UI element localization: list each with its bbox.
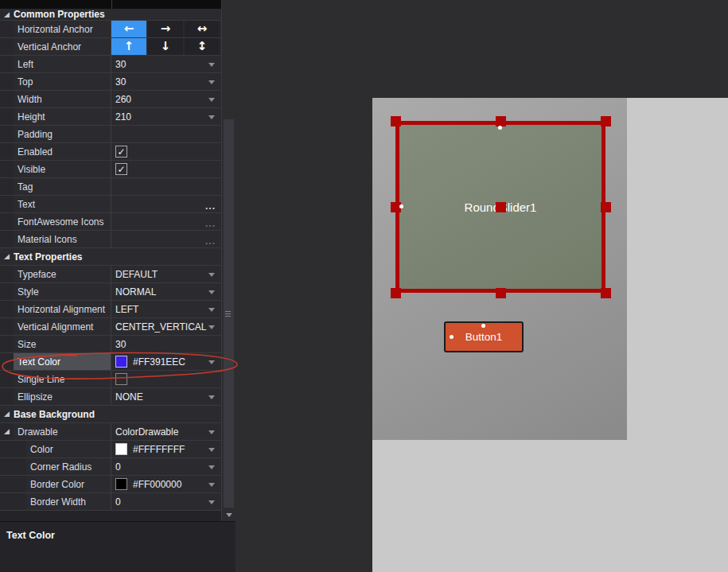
property-value[interactable]: 30 bbox=[111, 336, 221, 352]
section-header-base-background[interactable]: ◢Base Background bbox=[0, 405, 221, 422]
property-row-enabled[interactable]: Enabled✓ bbox=[0, 142, 221, 160]
splitter-grip-icon[interactable] bbox=[225, 311, 231, 317]
property-row-height[interactable]: Height210 bbox=[0, 107, 221, 125]
property-row-vertical-alignment[interactable]: Vertical AlignmentCENTER_VERTICAL bbox=[0, 317, 221, 335]
property-row-border-width[interactable]: Border Width0 bbox=[0, 492, 221, 510]
property-value[interactable]: 0 bbox=[111, 493, 221, 510]
ellipsis-button[interactable]: ... bbox=[205, 238, 216, 244]
anchor-right-button[interactable]: → bbox=[148, 21, 185, 37]
dropdown-arrow-icon[interactable] bbox=[208, 325, 215, 329]
property-value[interactable]: ... bbox=[111, 196, 221, 212]
property-row-horizontal-anchor[interactable]: Horizontal Anchor←→↔ bbox=[0, 20, 221, 37]
property-row-visible[interactable]: Visible✓ bbox=[0, 160, 221, 177]
property-value[interactable]: #FF000000 bbox=[111, 476, 221, 492]
property-row-drawable[interactable]: ◢DrawableColorDrawable bbox=[0, 422, 221, 440]
checkbox-unchecked[interactable] bbox=[115, 373, 127, 385]
section-header-text-properties[interactable]: ◢Text Properties bbox=[0, 247, 221, 265]
property-value[interactable] bbox=[111, 371, 221, 387]
phone-screen[interactable]: RoundSlider1 Button1 bbox=[372, 98, 627, 440]
property-row-left[interactable]: Left30 bbox=[0, 55, 221, 72]
dropdown-arrow-icon[interactable] bbox=[208, 483, 215, 487]
property-row-text[interactable]: Text... bbox=[0, 195, 221, 212]
dropdown-arrow-icon[interactable] bbox=[208, 360, 215, 364]
property-row-top[interactable]: Top30 bbox=[0, 72, 221, 90]
anchor-bottom-button[interactable]: ↓ bbox=[148, 38, 185, 55]
selection-handle[interactable] bbox=[496, 202, 506, 212]
anchor-left-right-button[interactable]: ↔ bbox=[185, 21, 221, 37]
property-value[interactable]: 210 bbox=[111, 108, 221, 125]
property-row-tag[interactable]: Tag bbox=[0, 177, 221, 195]
dropdown-arrow-icon[interactable] bbox=[208, 430, 215, 434]
property-row-vertical-anchor[interactable]: Vertical Anchor↑↓↕ bbox=[0, 37, 221, 55]
selection-handle[interactable] bbox=[601, 202, 611, 212]
color-swatch[interactable] bbox=[115, 443, 127, 455]
property-value[interactable]: 0 bbox=[111, 458, 221, 475]
property-value[interactable]: ✓ bbox=[111, 143, 221, 160]
anchor-left-button[interactable]: ← bbox=[111, 21, 148, 37]
property-value[interactable] bbox=[111, 126, 221, 142]
property-row-color[interactable]: Color#FFFFFFFF bbox=[0, 440, 221, 457]
color-swatch[interactable] bbox=[115, 356, 127, 368]
selection-handle[interactable] bbox=[496, 288, 506, 298]
property-row-horizontal-alignment[interactable]: Horizontal AlignmentLEFT bbox=[0, 300, 221, 317]
expander-icon[interactable]: ◢ bbox=[0, 423, 14, 440]
ellipsis-button[interactable]: ... bbox=[205, 203, 216, 209]
property-row-material-icons[interactable]: Material Icons... bbox=[0, 230, 221, 247]
property-row-size[interactable]: Size30 bbox=[0, 335, 221, 352]
dropdown-arrow-icon[interactable] bbox=[208, 290, 215, 294]
dropdown-arrow-icon[interactable] bbox=[208, 465, 215, 469]
dropdown-arrow-icon[interactable] bbox=[208, 500, 215, 504]
property-value[interactable]: ... bbox=[111, 231, 221, 247]
selection-handle[interactable] bbox=[391, 116, 401, 126]
dropdown-arrow-icon[interactable] bbox=[208, 308, 215, 312]
property-value[interactable]: #FF391EEC bbox=[111, 353, 221, 370]
property-value[interactable]: NORMAL bbox=[111, 283, 221, 300]
anchor-top-button[interactable]: ↑ bbox=[111, 38, 148, 55]
property-value[interactable]: 30 bbox=[111, 56, 221, 72]
checkbox-checked[interactable]: ✓ bbox=[115, 146, 127, 158]
property-row-single-line[interactable]: Single Line bbox=[0, 370, 221, 387]
property-row-style[interactable]: StyleNORMAL bbox=[0, 282, 221, 300]
property-value[interactable]: CENTER_VERTICAL bbox=[111, 318, 221, 335]
property-row-text-color[interactable]: Text Color#FF391EEC bbox=[0, 352, 221, 370]
property-value[interactable]: ✓ bbox=[111, 161, 221, 177]
property-value[interactable]: NONE bbox=[111, 388, 221, 405]
dropdown-arrow-icon[interactable] bbox=[208, 448, 215, 452]
dropdown-arrow-icon[interactable] bbox=[208, 273, 215, 277]
ellipsis-button[interactable]: ... bbox=[205, 220, 216, 227]
scrollbar[interactable] bbox=[221, 0, 236, 521]
property-row-typeface[interactable]: TypefaceDEFAULT bbox=[0, 265, 221, 282]
property-value[interactable]: 260 bbox=[111, 91, 221, 107]
selection-handle[interactable] bbox=[496, 116, 506, 126]
property-value[interactable]: 30 bbox=[111, 73, 221, 90]
selection-handle[interactable] bbox=[391, 288, 401, 298]
property-value[interactable] bbox=[111, 178, 221, 195]
selection-handle[interactable] bbox=[601, 116, 611, 126]
dropdown-arrow-icon[interactable] bbox=[208, 63, 215, 67]
property-value[interactable]: #FFFFFFFF bbox=[111, 441, 221, 457]
property-row-border-color[interactable]: Border Color#FF000000 bbox=[0, 475, 221, 492]
dropdown-arrow-icon[interactable] bbox=[208, 98, 215, 102]
dropdown-arrow-icon[interactable] bbox=[208, 395, 215, 399]
color-swatch[interactable] bbox=[115, 478, 127, 490]
property-value[interactable]: ↑↓↕ bbox=[111, 38, 221, 55]
property-row-width[interactable]: Width260 bbox=[0, 90, 221, 107]
checkbox-checked[interactable]: ✓ bbox=[115, 163, 127, 175]
property-value[interactable]: LEFT bbox=[111, 301, 221, 317]
property-value[interactable]: ColorDrawable bbox=[111, 423, 221, 440]
expander-icon[interactable]: ◢ bbox=[0, 411, 14, 418]
property-value[interactable]: DEFAULT bbox=[111, 266, 221, 282]
selection-handle[interactable] bbox=[601, 288, 611, 298]
scroll-down-button[interactable] bbox=[222, 509, 236, 521]
property-row-fontawesome-icons[interactable]: FontAwesome Icons... bbox=[0, 212, 221, 230]
property-value[interactable]: ←→↔ bbox=[111, 21, 221, 37]
dropdown-arrow-icon[interactable] bbox=[208, 115, 215, 119]
property-row-ellipsize[interactable]: EllipsizeNONE bbox=[0, 387, 221, 405]
expander-icon[interactable]: ◢ bbox=[0, 11, 14, 18]
anchor-top-bottom-button[interactable]: ↕ bbox=[185, 38, 221, 55]
dropdown-arrow-icon[interactable] bbox=[208, 80, 215, 84]
property-value[interactable]: ... bbox=[111, 213, 221, 230]
section-header-common-properties[interactable]: ◢Common Properties bbox=[0, 9, 221, 20]
expander-icon[interactable]: ◢ bbox=[0, 253, 14, 260]
property-row-corner-radius[interactable]: Corner Radius0 bbox=[0, 457, 221, 475]
